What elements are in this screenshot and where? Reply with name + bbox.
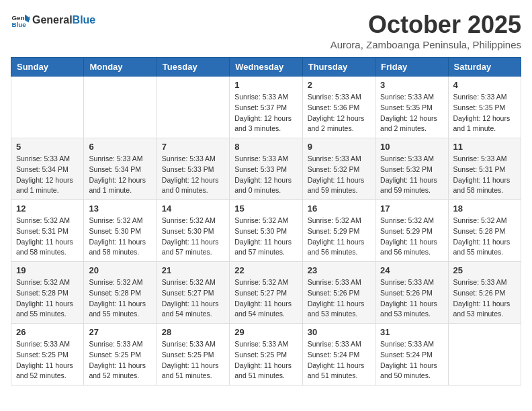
day-number: 28 xyxy=(162,327,224,337)
svg-text:Blue: Blue xyxy=(11,21,26,28)
page-header: General Blue General Blue October 2025 A… xyxy=(11,11,521,50)
day-info: Sunrise: 5:32 AMSunset: 5:28 PMDaylight:… xyxy=(16,277,79,320)
day-number: 11 xyxy=(453,142,516,152)
day-cell: 6Sunrise: 5:33 AMSunset: 5:34 PMDaylight… xyxy=(84,138,157,200)
day-cell: 16Sunrise: 5:32 AMSunset: 5:29 PMDayligh… xyxy=(302,200,375,262)
day-cell: 20Sunrise: 5:32 AMSunset: 5:28 PMDayligh… xyxy=(84,262,157,324)
day-info: Sunrise: 5:33 AMSunset: 5:33 PMDaylight:… xyxy=(234,154,297,196)
day-info: Sunrise: 5:33 AMSunset: 5:26 PMDaylight:… xyxy=(453,277,516,320)
day-cell: 30Sunrise: 5:33 AMSunset: 5:24 PMDayligh… xyxy=(302,324,375,385)
day-info: Sunrise: 5:32 AMSunset: 5:27 PMDaylight:… xyxy=(162,277,224,320)
day-cell: 15Sunrise: 5:32 AMSunset: 5:30 PMDayligh… xyxy=(230,200,302,262)
weekday-header-friday: Friday xyxy=(375,58,448,77)
day-info: Sunrise: 5:33 AMSunset: 5:25 PMDaylight:… xyxy=(234,339,297,381)
day-cell: 10Sunrise: 5:33 AMSunset: 5:32 PMDayligh… xyxy=(375,138,448,200)
day-number: 5 xyxy=(16,142,79,152)
day-cell xyxy=(448,324,521,385)
day-info: Sunrise: 5:33 AMSunset: 5:33 PMDaylight:… xyxy=(162,154,224,196)
day-cell: 2Sunrise: 5:33 AMSunset: 5:36 PMDaylight… xyxy=(302,77,375,138)
day-number: 26 xyxy=(16,327,79,337)
calendar-table: SundayMondayTuesdayWednesdayThursdayFrid… xyxy=(11,57,521,385)
day-info: Sunrise: 5:32 AMSunset: 5:28 PMDaylight:… xyxy=(453,216,516,258)
week-row-3: 12Sunrise: 5:32 AMSunset: 5:31 PMDayligh… xyxy=(11,200,521,262)
day-cell: 12Sunrise: 5:32 AMSunset: 5:31 PMDayligh… xyxy=(11,200,84,262)
day-info: Sunrise: 5:32 AMSunset: 5:31 PMDaylight:… xyxy=(16,216,79,258)
day-cell: 8Sunrise: 5:33 AMSunset: 5:33 PMDaylight… xyxy=(230,138,302,200)
day-cell: 3Sunrise: 5:33 AMSunset: 5:35 PMDaylight… xyxy=(375,77,448,138)
day-info: Sunrise: 5:33 AMSunset: 5:37 PMDaylight:… xyxy=(234,92,297,134)
week-row-4: 19Sunrise: 5:32 AMSunset: 5:28 PMDayligh… xyxy=(11,262,521,324)
day-cell: 27Sunrise: 5:33 AMSunset: 5:25 PMDayligh… xyxy=(84,324,157,385)
day-info: Sunrise: 5:33 AMSunset: 5:25 PMDaylight:… xyxy=(16,339,79,381)
day-number: 6 xyxy=(89,142,151,152)
logo-blue: Blue xyxy=(73,14,96,26)
day-cell: 7Sunrise: 5:33 AMSunset: 5:33 PMDaylight… xyxy=(157,138,229,200)
day-cell: 23Sunrise: 5:33 AMSunset: 5:26 PMDayligh… xyxy=(302,262,375,324)
day-cell: 14Sunrise: 5:32 AMSunset: 5:30 PMDayligh… xyxy=(157,200,229,262)
location-title: Aurora, Zamboanga Peninsula, Philippines xyxy=(330,39,521,50)
day-number: 18 xyxy=(453,203,516,214)
day-cell: 4Sunrise: 5:33 AMSunset: 5:35 PMDaylight… xyxy=(448,77,521,138)
day-cell: 17Sunrise: 5:32 AMSunset: 5:29 PMDayligh… xyxy=(375,200,448,262)
day-number: 24 xyxy=(380,265,443,275)
day-info: Sunrise: 5:32 AMSunset: 5:29 PMDaylight:… xyxy=(308,216,370,258)
day-cell: 31Sunrise: 5:33 AMSunset: 5:24 PMDayligh… xyxy=(375,324,448,385)
day-cell: 22Sunrise: 5:32 AMSunset: 5:27 PMDayligh… xyxy=(230,262,302,324)
day-info: Sunrise: 5:33 AMSunset: 5:34 PMDaylight:… xyxy=(16,154,79,196)
day-cell: 24Sunrise: 5:33 AMSunset: 5:26 PMDayligh… xyxy=(375,262,448,324)
day-cell: 18Sunrise: 5:32 AMSunset: 5:28 PMDayligh… xyxy=(448,200,521,262)
day-cell: 25Sunrise: 5:33 AMSunset: 5:26 PMDayligh… xyxy=(448,262,521,324)
weekday-header-thursday: Thursday xyxy=(302,58,375,77)
day-number: 15 xyxy=(234,203,297,214)
week-row-1: 1Sunrise: 5:33 AMSunset: 5:37 PMDaylight… xyxy=(11,77,521,138)
day-info: Sunrise: 5:32 AMSunset: 5:29 PMDaylight:… xyxy=(380,216,443,258)
day-number: 31 xyxy=(380,327,443,337)
day-info: Sunrise: 5:33 AMSunset: 5:26 PMDaylight:… xyxy=(380,277,443,320)
weekday-header-saturday: Saturday xyxy=(448,58,521,77)
day-cell: 28Sunrise: 5:33 AMSunset: 5:25 PMDayligh… xyxy=(157,324,229,385)
day-number: 16 xyxy=(308,203,370,214)
day-number: 10 xyxy=(380,142,443,152)
logo: General Blue General Blue xyxy=(11,11,95,30)
day-number: 30 xyxy=(308,327,370,337)
day-info: Sunrise: 5:32 AMSunset: 5:30 PMDaylight:… xyxy=(162,216,224,258)
day-number: 9 xyxy=(308,142,370,152)
day-cell: 29Sunrise: 5:33 AMSunset: 5:25 PMDayligh… xyxy=(230,324,302,385)
day-number: 21 xyxy=(162,265,224,275)
title-section: October 2025 Aurora, Zamboanga Peninsula… xyxy=(330,11,521,50)
day-cell xyxy=(84,77,157,138)
day-cell xyxy=(11,77,84,138)
day-number: 4 xyxy=(453,80,516,90)
day-number: 8 xyxy=(234,142,297,152)
day-info: Sunrise: 5:32 AMSunset: 5:27 PMDaylight:… xyxy=(234,277,297,320)
day-info: Sunrise: 5:33 AMSunset: 5:26 PMDaylight:… xyxy=(308,277,370,320)
day-info: Sunrise: 5:33 AMSunset: 5:35 PMDaylight:… xyxy=(380,92,443,134)
day-info: Sunrise: 5:33 AMSunset: 5:36 PMDaylight:… xyxy=(308,92,370,134)
day-number: 12 xyxy=(16,203,79,214)
day-info: Sunrise: 5:33 AMSunset: 5:24 PMDaylight:… xyxy=(308,339,370,381)
day-cell: 26Sunrise: 5:33 AMSunset: 5:25 PMDayligh… xyxy=(11,324,84,385)
day-info: Sunrise: 5:33 AMSunset: 5:32 PMDaylight:… xyxy=(380,154,443,196)
day-info: Sunrise: 5:33 AMSunset: 5:31 PMDaylight:… xyxy=(453,154,516,196)
weekday-header-monday: Monday xyxy=(84,58,157,77)
day-cell: 13Sunrise: 5:32 AMSunset: 5:30 PMDayligh… xyxy=(84,200,157,262)
day-cell: 1Sunrise: 5:33 AMSunset: 5:37 PMDaylight… xyxy=(230,77,302,138)
day-info: Sunrise: 5:33 AMSunset: 5:24 PMDaylight:… xyxy=(380,339,443,381)
weekday-header-row: SundayMondayTuesdayWednesdayThursdayFrid… xyxy=(11,58,521,77)
week-row-5: 26Sunrise: 5:33 AMSunset: 5:25 PMDayligh… xyxy=(11,324,521,385)
month-title: October 2025 xyxy=(330,11,521,39)
day-number: 7 xyxy=(162,142,224,152)
weekday-header-tuesday: Tuesday xyxy=(157,58,229,77)
day-number: 17 xyxy=(380,203,443,214)
day-cell: 21Sunrise: 5:32 AMSunset: 5:27 PMDayligh… xyxy=(157,262,229,324)
day-cell: 5Sunrise: 5:33 AMSunset: 5:34 PMDaylight… xyxy=(11,138,84,200)
logo-general: General xyxy=(32,14,73,26)
day-number: 3 xyxy=(380,80,443,90)
day-info: Sunrise: 5:33 AMSunset: 5:32 PMDaylight:… xyxy=(308,154,370,196)
day-info: Sunrise: 5:33 AMSunset: 5:25 PMDaylight:… xyxy=(162,339,224,381)
day-info: Sunrise: 5:33 AMSunset: 5:25 PMDaylight:… xyxy=(89,339,151,381)
day-number: 22 xyxy=(234,265,297,275)
weekday-header-sunday: Sunday xyxy=(11,58,84,77)
day-number: 23 xyxy=(308,265,370,275)
day-info: Sunrise: 5:32 AMSunset: 5:30 PMDaylight:… xyxy=(89,216,151,258)
